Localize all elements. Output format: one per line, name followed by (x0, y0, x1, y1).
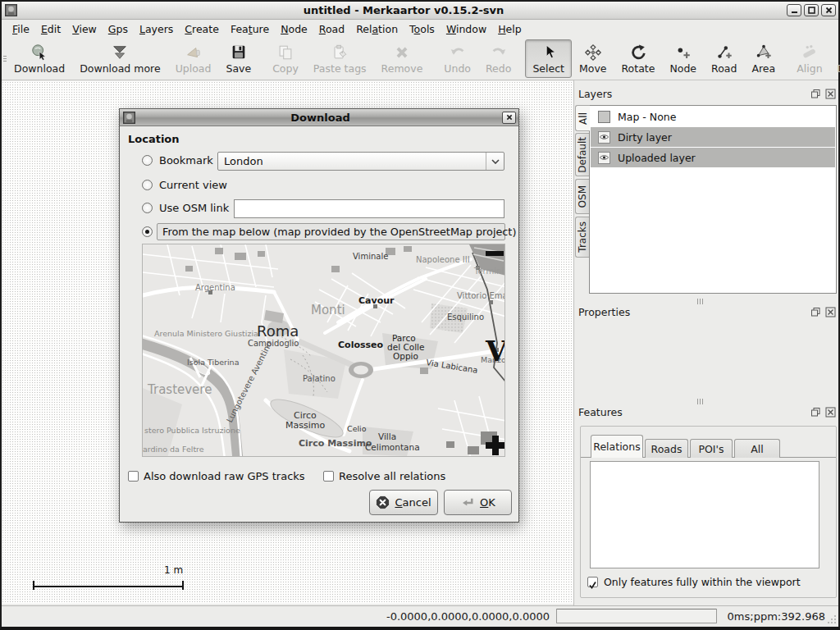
viewport-only-checkbox[interactable] (587, 577, 598, 587)
features-float-icon[interactable] (810, 407, 821, 418)
map-label: stero Pubblica Istruzione (144, 426, 240, 435)
move-icon (584, 43, 602, 62)
menu-help[interactable]: Help (492, 21, 527, 37)
features-close-icon[interactable] (825, 407, 836, 418)
layer-row-uploaded[interactable]: Uploaded layer (591, 148, 835, 167)
rotate-icon (629, 43, 647, 62)
tab-roads[interactable]: Roads (645, 439, 688, 458)
layer-visible-toggle[interactable] (598, 131, 610, 144)
toolbar-button-road[interactable]: Road (704, 39, 744, 78)
title-bar: untitled - Merkaartor v0.15.2-svn (2, 2, 838, 20)
menu-file[interactable]: File (7, 21, 35, 37)
ok-icon (460, 495, 475, 510)
layers-close-icon[interactable] (825, 89, 836, 99)
map-label: Arenula Ministero Giustizia (154, 329, 258, 338)
undo-icon (449, 43, 467, 62)
map-label: Viminale (353, 252, 388, 261)
toolbar-button-rotate[interactable]: Rotate (614, 39, 662, 78)
layer-visible-toggle[interactable] (598, 152, 610, 164)
map-label: ardino da Feltre (143, 445, 204, 454)
dialog-close-button[interactable] (502, 112, 516, 124)
bookmark-combobox[interactable]: London (217, 152, 504, 171)
dock-splitter[interactable] (697, 299, 703, 304)
resize-grip-icon[interactable] (827, 614, 838, 624)
layer-row-dirty[interactable]: Dirty layer (591, 127, 835, 147)
layer-row-map[interactable]: Map - None (591, 107, 835, 126)
menu-node[interactable]: Node (275, 21, 313, 37)
minimize-button[interactable] (787, 4, 801, 16)
scale-bar-tick (182, 581, 184, 590)
eye-icon (600, 154, 609, 161)
menu-relation[interactable]: Relation (350, 21, 404, 37)
current-view-radio[interactable] (142, 180, 153, 190)
dialog-title: Download (139, 112, 502, 124)
bookmark-radio[interactable] (142, 155, 153, 166)
close-button[interactable] (821, 4, 836, 16)
layers-tab-all[interactable]: All (575, 105, 590, 131)
properties-float-icon[interactable] (810, 307, 821, 317)
menu-layers[interactable]: Layers (134, 21, 179, 37)
maximize-button[interactable] (804, 4, 819, 16)
features-list[interactable] (590, 461, 819, 568)
menu-feature[interactable]: Feature (225, 21, 275, 37)
dialog-map[interactable]: Viminale Napoleone III Termini - La Vitt… (142, 244, 505, 457)
layers-tab-tracks[interactable]: Tracks (575, 217, 589, 258)
menu-window[interactable]: Window (441, 21, 492, 37)
resolve-relations-checkbox[interactable] (323, 471, 334, 482)
combobox-dropdown-button[interactable] (486, 153, 504, 170)
toolbar-button-remove: Remove (374, 39, 431, 78)
menu-gps[interactable]: Gps (103, 21, 134, 37)
tab-all[interactable]: All (734, 439, 780, 458)
map-label: Celio (347, 424, 367, 433)
cancel-button[interactable]: Cancel (369, 490, 438, 515)
menu-view[interactable]: View (66, 21, 103, 37)
map-label: Roma (257, 322, 299, 340)
dialog-app-icon (123, 112, 135, 124)
layers-tab-default[interactable]: Default (575, 133, 589, 176)
toolbar-button-detach: Detach (830, 39, 840, 78)
toolbar-button-node[interactable]: Node (662, 39, 704, 78)
main-toolbar: Download Download more Upload Save (2, 38, 838, 80)
properties-close-icon[interactable] (825, 307, 836, 317)
ok-button[interactable]: OK (444, 490, 512, 515)
map-label: Argentina (195, 283, 235, 292)
map-zoom-out-button[interactable] (486, 251, 504, 256)
toolbar-button-save[interactable]: Save (218, 39, 258, 78)
properties-dock-title: Properties (578, 306, 630, 318)
menu-create[interactable]: Create (179, 21, 225, 37)
zoom-in-icon (486, 442, 505, 449)
osm-link-radio[interactable] (142, 203, 153, 213)
dock-divider[interactable] (573, 80, 574, 605)
toolbar-button-select[interactable]: Select (525, 39, 572, 78)
menu-road[interactable]: Road (313, 21, 350, 37)
map-image: Viminale Napoleone III Termini - La Vitt… (143, 244, 505, 457)
viewport-only-label: Only features fully within the viewport (604, 576, 801, 588)
dialog-title-bar[interactable]: Download (120, 109, 518, 126)
app-icon (5, 4, 17, 16)
from-map-radio[interactable] (142, 226, 153, 237)
toolbar-button-upload: Upload (168, 39, 219, 78)
tab-pois[interactable]: POI's (690, 439, 733, 458)
zoom-out-icon (486, 251, 504, 256)
toolbar-button-download-more[interactable]: Download more (72, 39, 168, 78)
align-icon (801, 43, 819, 62)
checkmark-icon (588, 581, 597, 590)
download-gps-checkbox[interactable] (128, 471, 139, 482)
dock-splitter[interactable] (697, 399, 703, 404)
toolbar-button-area[interactable]: Area (744, 39, 783, 78)
map-label: Campidoglio (248, 339, 299, 348)
scale-bar-label: 1 m (164, 564, 183, 576)
osm-link-input[interactable] (234, 199, 504, 218)
layer-swatch[interactable] (598, 111, 610, 123)
toolbar-button-move[interactable]: Move (572, 39, 614, 78)
map-label: Termini - La (473, 267, 505, 276)
map-watermark: V (485, 335, 505, 368)
dialog-close-icon (506, 114, 513, 121)
menu-tools[interactable]: Tools (404, 21, 441, 37)
layers-float-icon[interactable] (810, 89, 821, 99)
map-label: Massimo (285, 420, 325, 431)
toolbar-button-download[interactable]: Download (7, 39, 72, 78)
menu-edit[interactable]: Edit (35, 21, 66, 37)
layers-tab-osm[interactable]: OSM (575, 179, 589, 214)
tab-relations[interactable]: Relations (591, 435, 643, 458)
